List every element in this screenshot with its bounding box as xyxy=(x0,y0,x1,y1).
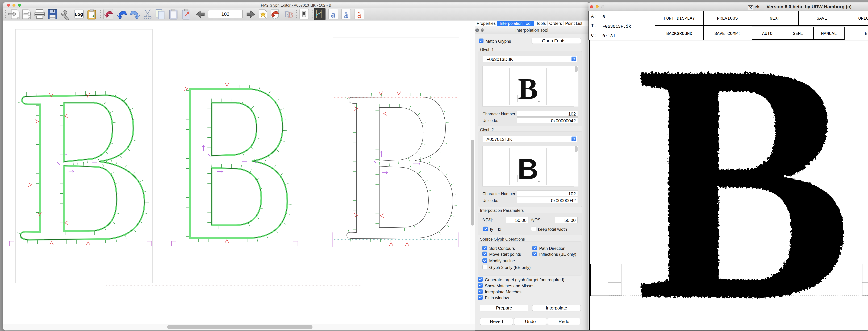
svg-text:C:: C: xyxy=(591,33,596,38)
svg-text:PREVIOUS: PREVIOUS xyxy=(717,16,738,21)
svg-text:ä: ä xyxy=(357,10,361,20)
svg-text:Log: Log xyxy=(75,12,83,17)
svg-text:SAVE: SAVE xyxy=(817,16,827,21)
svg-text:0;131: 0;131 xyxy=(602,34,615,39)
svg-text:A:: A: xyxy=(591,14,596,19)
svg-text:102: 102 xyxy=(221,11,229,17)
svg-text:a: a xyxy=(331,9,335,19)
svg-text:B: B xyxy=(635,40,852,331)
svg-text:MANUAL: MANUAL xyxy=(821,31,837,36)
svg-text:END: END xyxy=(865,31,868,36)
svg-text:6: 6 xyxy=(602,14,605,20)
svg-text:B: B xyxy=(288,11,293,19)
svg-text:BACKGROUND: BACKGROUND xyxy=(666,31,692,36)
svg-text:SAVE COMP:: SAVE COMP: xyxy=(714,31,740,36)
svg-text:F063013F.ik: F063013F.ik xyxy=(602,24,631,29)
svg-text:ORIGINAL: ORIGINAL xyxy=(858,16,868,21)
svg-text:B: B xyxy=(518,72,538,105)
svg-text:ä: ä xyxy=(344,10,348,20)
svg-text:SEMI: SEMI xyxy=(793,31,803,36)
svg-text:T:: T: xyxy=(591,24,596,28)
svg-text:NEXT: NEXT xyxy=(770,16,780,21)
svg-text:B: B xyxy=(518,153,538,185)
svg-text:AUTO: AUTO xyxy=(762,31,773,36)
svg-text:FONT DISPLAY: FONT DISPLAY xyxy=(664,16,695,21)
